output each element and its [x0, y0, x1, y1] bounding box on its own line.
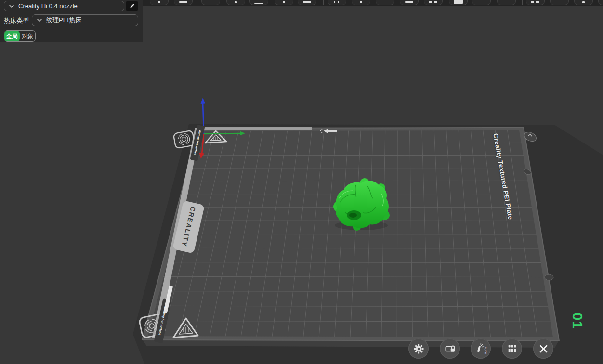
settings-panel: Creality Hi 0.4 nozzle 热床类型 纹理PEI热床 全局 对…: [0, 0, 143, 42]
toolbar-divider: [197, 0, 197, 5]
scope-tabs: 全局 对象: [4, 30, 36, 42]
arrange-objects-button[interactable]: [502, 338, 522, 359]
toolbar-icon-fragment: [334, 1, 335, 3]
toolbar-button-1[interactable]: [150, 0, 169, 5]
toolbar-icon-fragment: [454, 0, 463, 4]
svg-text:AUTO: AUTO: [484, 346, 487, 354]
toolbar-icon-fragment: [283, 1, 285, 3]
toolbar-button-4[interactable]: [226, 0, 245, 5]
toolbar-icon-fragment: [158, 1, 160, 3]
toolbar-button-16[interactable]: [526, 0, 545, 5]
edit-machine-button[interactable]: [126, 1, 138, 11]
plate-lock-button[interactable]: [440, 338, 460, 359]
chevron-down-icon: [37, 19, 42, 22]
toolbar-button-14[interactable]: [472, 0, 491, 5]
pencil-icon: [129, 3, 135, 9]
toolbar-divider: [522, 0, 523, 5]
bed-type-value: 纹理PEI热床: [46, 16, 81, 25]
plate-number: 01: [569, 309, 585, 334]
creality-brand-label: CREALITY: [179, 202, 197, 251]
tab-global[interactable]: 全局: [4, 31, 20, 41]
machine-selector-value: Creality Hi 0.4 nozzle: [18, 2, 78, 10]
toolbar-button-12[interactable]: [424, 0, 443, 5]
gear-icon: [413, 343, 425, 355]
app-window: Creality Textured PEI Plate CREALITY War…: [0, 0, 603, 364]
toolbar-button-18[interactable]: [574, 0, 593, 5]
toolbar-icon-fragment: [582, 1, 585, 3]
toolbar-button-13[interactable]: [449, 0, 468, 5]
toolbar-button-5[interactable]: [249, 0, 268, 5]
toolbar-button-6[interactable]: [275, 0, 293, 5]
toolbar-icon-fragment: [179, 1, 187, 3]
chevron-down-icon: [9, 5, 14, 8]
toolbar-icon-fragment: [254, 3, 263, 4]
tab-object[interactable]: 对象: [20, 31, 35, 41]
toolbar-icon-fragment: [235, 1, 237, 3]
toolbar-button-11[interactable]: [400, 0, 419, 5]
toolbar-icon-fragment: [405, 1, 413, 3]
bed-type-selector[interactable]: 纹理PEI热床: [32, 14, 138, 26]
toolbar-button-8[interactable]: [328, 0, 346, 5]
auto-layout-button[interactable]: AUTO: [471, 338, 491, 359]
toolbar-icon-fragment: [303, 1, 311, 3]
lock-plate-icon: [444, 343, 456, 355]
toolbar-button-3[interactable]: [201, 0, 220, 5]
toolbar-icon-fragment: [531, 1, 534, 3]
viewport-3d[interactable]: [0, 0, 603, 364]
bed-type-label: 热床类型: [4, 16, 29, 25]
toolbar-button-9[interactable]: [352, 0, 370, 5]
toolbar-button-10[interactable]: [376, 0, 394, 5]
toolbar-icon-fragment: [429, 1, 432, 3]
plate-settings-button[interactable]: [408, 338, 429, 359]
toolbar-divider: [323, 0, 324, 5]
delete-plate-button[interactable]: [533, 338, 553, 359]
toolbar-button-19[interactable]: [598, 0, 603, 5]
toolbar-button-2[interactable]: [174, 0, 193, 5]
spray-auto-icon: AUTO: [475, 343, 487, 355]
toolbar-button-17[interactable]: [550, 0, 569, 5]
toolbar-icon-fragment: [360, 1, 362, 3]
close-icon: [537, 343, 550, 355]
toolbar-button-7[interactable]: [298, 0, 316, 5]
machine-selector[interactable]: Creality Hi 0.4 nozzle: [4, 1, 124, 11]
grid-bars-icon: [506, 343, 518, 355]
toolbar-button-15[interactable]: [497, 0, 516, 5]
